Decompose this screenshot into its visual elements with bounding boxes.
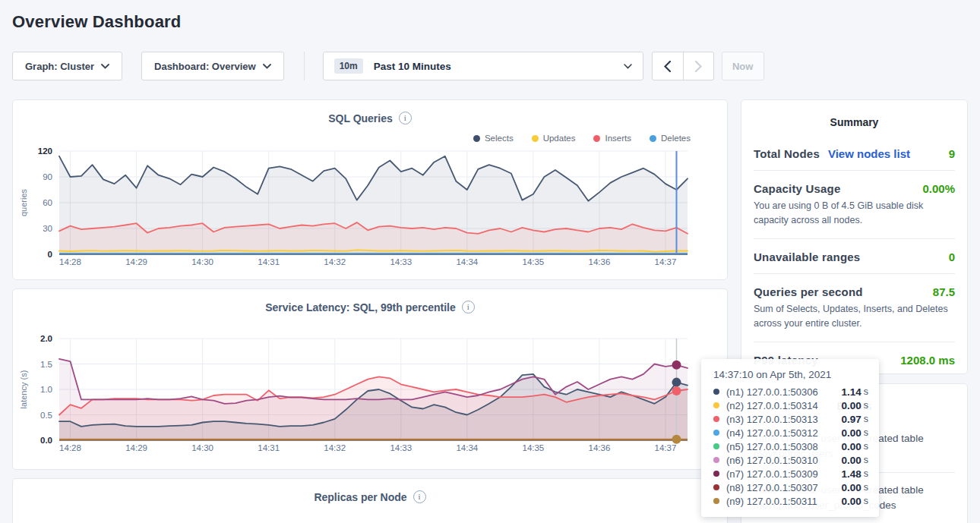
tooltip-row-n4: (n4) 127.0.0.1:503120.00s [713, 426, 868, 440]
svg-text:14:31: 14:31 [258, 257, 280, 266]
chevron-down-icon [101, 64, 109, 69]
page-title: Overview Dashboard [0, 0, 980, 32]
svg-text:2.0: 2.0 [40, 334, 52, 343]
summary-title: Summary [754, 100, 955, 128]
time-step-back-button[interactable] [653, 52, 683, 80]
svg-text:14:37: 14:37 [655, 443, 677, 452]
svg-text:14:29: 14:29 [125, 443, 147, 452]
chevron-left-icon [664, 61, 671, 72]
svg-text:14:28: 14:28 [59, 257, 81, 266]
node-dot-icon [713, 498, 719, 504]
svg-text:120: 120 [38, 147, 52, 156]
svg-text:14:31: 14:31 [258, 443, 280, 452]
node-dot-icon [713, 484, 719, 490]
updates-dot-icon [532, 135, 539, 142]
node-dot-icon [713, 443, 719, 449]
inserts-dot-icon [593, 135, 600, 142]
chevron-right-icon [695, 61, 702, 72]
queries-per-second-description: Sum of Selects, Updates, Inserts, and De… [754, 302, 955, 332]
now-button[interactable]: Now [722, 52, 764, 80]
chart-hover-tooltip: 14:37:10 on Apr 5th, 2021 (n1) 127.0.0.1… [701, 359, 879, 517]
svg-text:1.0: 1.0 [40, 385, 52, 394]
svg-text:14:32: 14:32 [324, 443, 346, 452]
summary-row-queries-per-second: Queries per second 87.5 Sum of Selects, … [754, 273, 955, 342]
svg-text:14:30: 14:30 [191, 257, 213, 266]
node-dot-icon [713, 430, 719, 436]
view-nodes-list-link[interactable]: View nodes list [828, 147, 910, 160]
svg-text:0: 0 [48, 250, 52, 259]
svg-text:14:33: 14:33 [390, 443, 412, 452]
svg-text:latency (s): latency (s) [19, 370, 28, 409]
svg-text:14:35: 14:35 [522, 443, 544, 452]
legend-item-inserts: Inserts [593, 134, 631, 143]
replicas-per-node-panel: Replicas per Node i [12, 478, 728, 523]
tooltip-row-n7: (n7) 127.0.0.1:503091.48s [713, 467, 868, 480]
legend-item-updates: Updates [532, 134, 576, 143]
svg-text:14:33: 14:33 [390, 257, 412, 266]
svg-text:14:32: 14:32 [324, 257, 346, 266]
sql-queries-chart[interactable]: 14:2814:2914:3014:3114:3214:3314:3414:35… [13, 145, 727, 274]
summary-row-unavailable-ranges: Unavailable ranges 0 [754, 238, 955, 273]
info-icon[interactable]: i [413, 490, 426, 503]
svg-text:14:30: 14:30 [191, 443, 213, 452]
node-dot-icon [713, 457, 719, 463]
svg-text:14:36: 14:36 [589, 257, 611, 266]
graph-selector-dropdown[interactable]: Graph: Cluster [12, 52, 122, 80]
capacity-usage-description: You are using 0 B of 4.5 GiB usable disk… [754, 199, 955, 228]
tooltip-row-n6: (n6) 127.0.0.1:503100.00s [713, 453, 868, 467]
dashboard-controls: Graph: Cluster Dashboard: Overview 10m P… [12, 52, 968, 80]
time-range-dropdown[interactable]: 10m Past 10 Minutes [323, 52, 643, 80]
sql-queries-legend: Selects Updates Inserts Deletes [473, 134, 691, 143]
info-icon[interactable]: i [399, 112, 412, 124]
unavailable-ranges-value: 0 [949, 250, 955, 263]
svg-text:90: 90 [43, 172, 52, 181]
deletes-dot-icon [650, 135, 656, 142]
svg-text:14:36: 14:36 [589, 443, 611, 452]
summary-row-capacity-usage: Capacity Usage 0.00% You are using 0 B o… [754, 170, 955, 238]
svg-text:queries: queries [19, 188, 28, 216]
selects-dot-icon [473, 135, 480, 142]
time-step-forward-button[interactable] [683, 52, 713, 80]
legend-item-selects: Selects [473, 134, 514, 143]
svg-text:0.5: 0.5 [40, 411, 52, 420]
svg-text:1.5: 1.5 [40, 360, 52, 369]
summary-panel: Summary Total Nodes View nodes list 9 Ca… [741, 99, 968, 374]
capacity-usage-value: 0.00% [922, 182, 955, 195]
svg-text:14:34: 14:34 [456, 443, 478, 452]
chevron-down-icon [263, 64, 271, 69]
svg-text:14:35: 14:35 [522, 257, 544, 266]
dashboard-selector-dropdown[interactable]: Dashboard: Overview [141, 52, 284, 80]
chevron-down-icon [624, 64, 632, 69]
tooltip-timestamp: 14:37:10 on Apr 5th, 2021 [713, 369, 868, 380]
time-range-label: Past 10 Minutes [374, 61, 451, 72]
svg-text:60: 60 [43, 198, 52, 207]
replicas-per-node-title: Replicas per Node [314, 491, 406, 503]
time-step-buttons [652, 52, 714, 80]
tooltip-row-n2: (n2) 127.0.0.1:503140.00s [713, 399, 868, 412]
svg-text:14:37: 14:37 [655, 257, 677, 266]
legend-item-deletes: Deletes [650, 134, 691, 143]
node-dot-icon [713, 416, 719, 422]
tooltip-row-n5: (n5) 127.0.0.1:503080.00s [713, 440, 868, 453]
tooltip-row-n8: (n8) 127.0.0.1:503070.00s [713, 480, 868, 494]
charts-column: SQL Queries i Selects Updates Inserts De… [12, 99, 728, 523]
service-latency-chart[interactable]: 14:2814:2914:3014:3114:3214:3314:3414:35… [13, 332, 727, 460]
svg-text:0.0: 0.0 [40, 436, 52, 445]
sql-queries-panel: SQL Queries i Selects Updates Inserts De… [12, 99, 728, 280]
svg-text:14:29: 14:29 [125, 257, 147, 266]
graph-selector-label: Graph: Cluster [25, 61, 94, 72]
total-nodes-value: 9 [949, 147, 955, 160]
tooltip-row-n9: (n9) 127.0.0.1:503110.00s [713, 494, 868, 508]
svg-text:30: 30 [43, 224, 52, 233]
node-dot-icon [713, 402, 719, 408]
tooltip-row-n3: (n3) 127.0.0.1:503130.97s [713, 412, 868, 426]
service-latency-title: Service Latency: SQL, 99th percentile [265, 301, 456, 313]
node-dot-icon [713, 389, 719, 395]
queries-per-second-value: 87.5 [933, 285, 955, 298]
summary-row-total-nodes: Total Nodes View nodes list 9 [754, 136, 955, 170]
dashboard-selector-label: Dashboard: Overview [154, 61, 256, 72]
info-icon[interactable]: i [462, 301, 475, 313]
svg-text:14:28: 14:28 [59, 443, 81, 452]
controls-divider [304, 52, 305, 80]
node-dot-icon [713, 471, 719, 477]
